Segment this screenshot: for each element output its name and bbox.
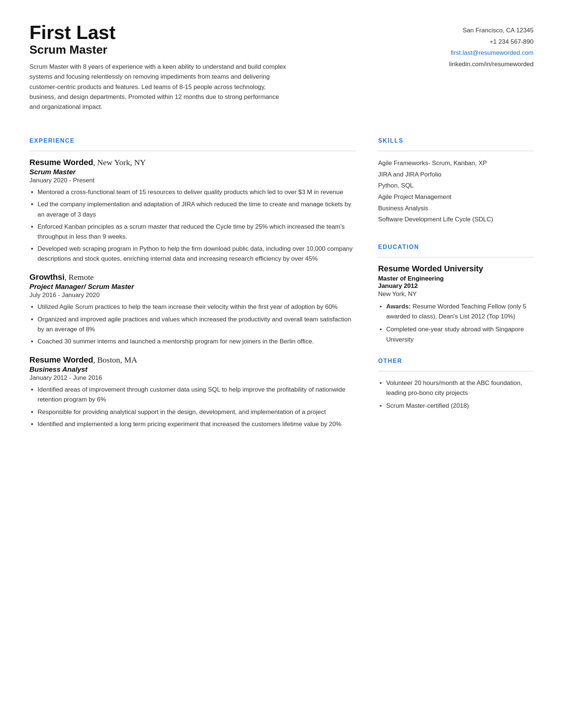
contact-email[interactable]: first.last@resumeworded.com: [416, 47, 534, 59]
job-3-bullet-1: Identified areas of improvement through …: [29, 385, 356, 404]
other-section-title: OTHER: [378, 358, 534, 364]
left-column: EXPERIENCE Resume Worded, New York, NY S…: [29, 126, 356, 438]
experience-divider: [29, 151, 356, 151]
job-3-bullet-3: Identified and implemented a long term p…: [29, 419, 356, 429]
skills-section-title: SKILLS: [378, 138, 534, 144]
job-2-role: Project Manager/ Scrum Master: [29, 283, 356, 291]
job-1-company-line: Resume Worded, New York, NY: [29, 158, 356, 167]
skills-divider: [378, 151, 534, 151]
contact-address: San Francisco, CA 12345: [416, 25, 534, 36]
job-2-company-line: Growthsi, Remote: [29, 272, 356, 282]
skill-1: Agile Frameworks- Scrum, Kanban, XP: [378, 158, 534, 169]
right-column: SKILLS Agile Frameworks- Scrum, Kanban, …: [378, 126, 534, 438]
other-bullet-2: Scrum Master-certified (2018): [378, 401, 534, 411]
edu-school: Resume Worded University: [378, 264, 534, 274]
job-3-dates: January 2012 - June 2016: [29, 374, 356, 382]
job-2-bullet-2: Organized and improved agile practices a…: [29, 314, 356, 334]
job-1-bullet-2: Led the company implementation and adapt…: [29, 199, 356, 219]
job-2-dates: July 2016 - January 2020: [29, 292, 356, 299]
job-2-bullets: Utilized Agile Scrum practices to help t…: [29, 302, 356, 346]
edu-bullet-2-text: Completed one-year study abroad with Sin…: [386, 326, 524, 343]
job-1-dates: January 2020 - Present: [29, 177, 356, 184]
job-entry-1: Resume Worded, New York, NY Scrum Master…: [29, 158, 356, 264]
job-2-company: Growthsi: [29, 272, 64, 282]
job-3-bullet-2: Responsible for providing analytical sup…: [29, 407, 356, 417]
edu-location: New York, NY: [378, 290, 534, 298]
job-entry-3: Resume Worded, Boston, MA Business Analy…: [29, 355, 356, 429]
other-bullets: Volunteer 20 hours/month at the ABC foun…: [378, 378, 534, 411]
edu-bullets: Awards: Resume Worded Teaching Fellow (o…: [378, 301, 534, 345]
job-3-role: Business Analyst: [29, 365, 356, 374]
education-section-title: EDUCATION: [378, 244, 534, 250]
header-left: First Last Scrum Master Scrum Master wit…: [29, 22, 416, 112]
job-1-bullet-3: Enforced Kanban principles as a scrum ma…: [29, 222, 356, 242]
edu-degree: Master of Engineering: [378, 275, 534, 282]
email-link[interactable]: first.last@resumeworded.com: [451, 49, 534, 56]
job-1-company: Resume Worded: [29, 158, 93, 167]
job-3-company-suffix: , Boston, MA: [93, 355, 137, 364]
job-2-bullet-1: Utilized Agile Scrum practices to help t…: [29, 302, 356, 312]
skill-4: Agile Project Management: [378, 192, 534, 203]
skill-5: Business Analysis: [378, 203, 534, 214]
skills-list: Agile Frameworks- Scrum, Kanban, XP JIRA…: [378, 158, 534, 225]
job-1-role: Scrum Master: [29, 168, 356, 176]
edu-bullet-2: Completed one-year study abroad with Sin…: [378, 324, 534, 344]
header-section: First Last Scrum Master Scrum Master wit…: [29, 22, 534, 112]
candidate-title: Scrum Master: [29, 43, 416, 57]
skill-6: Software Development Life Cycle (SDLC): [378, 214, 534, 225]
education-divider: [378, 257, 534, 257]
edu-date: January 2012: [378, 282, 534, 290]
job-1-bullet-4: Developed web scraping program in Python…: [29, 244, 356, 264]
job-1-company-suffix: , New York, NY: [93, 158, 146, 167]
job-2-company-suffix: , Remote: [64, 272, 93, 282]
header-right: San Francisco, CA 12345 +1 234 567-890 f…: [416, 22, 534, 112]
job-3-company-line: Resume Worded, Boston, MA: [29, 355, 356, 365]
job-entry-2: Growthsi, Remote Project Manager/ Scrum …: [29, 272, 356, 346]
candidate-summary: Scrum Master with 8 years of experience …: [29, 62, 287, 112]
experience-section-title: EXPERIENCE: [29, 138, 356, 144]
other-divider: [378, 371, 534, 371]
contact-linkedin: linkedin.com/in/resumeworded: [416, 59, 534, 70]
job-2-bullet-3: Coached 30 summer interns and launched a…: [29, 336, 356, 346]
job-3-bullets: Identified areas of improvement through …: [29, 385, 356, 429]
edu-bullet-1-bold: Awards:: [386, 303, 411, 310]
main-content: EXPERIENCE Resume Worded, New York, NY S…: [29, 126, 534, 438]
edu-bullet-1: Awards: Resume Worded Teaching Fellow (o…: [378, 301, 534, 321]
candidate-name: First Last: [29, 22, 416, 43]
job-3-company: Resume Worded: [29, 355, 93, 364]
job-1-bullets: Mentored a cross-functional team of 15 r…: [29, 187, 356, 264]
contact-phone: +1 234 567-890: [416, 36, 534, 48]
job-1-bullet-1: Mentored a cross-functional team of 15 r…: [29, 187, 356, 197]
skill-2: JIRA and JIRA Porfolio: [378, 169, 534, 181]
resume: First Last Scrum Master Scrum Master wit…: [29, 22, 534, 438]
skill-3: Python, SQL: [378, 180, 534, 192]
other-bullet-1: Volunteer 20 hours/month at the ABC foun…: [378, 378, 534, 398]
